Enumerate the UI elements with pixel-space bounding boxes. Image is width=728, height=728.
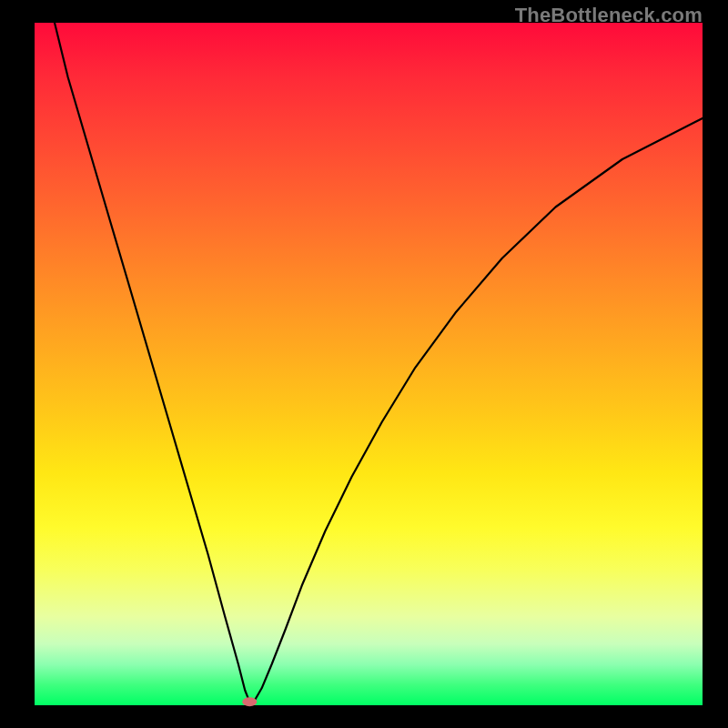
watermark-text: TheBottleneck.com	[515, 4, 703, 27]
curve-svg	[35, 23, 703, 705]
plot-area	[35, 23, 703, 705]
curve-min-point	[242, 697, 257, 706]
bottleneck-curve	[55, 23, 703, 702]
chart-frame: TheBottleneck.com	[0, 0, 728, 728]
